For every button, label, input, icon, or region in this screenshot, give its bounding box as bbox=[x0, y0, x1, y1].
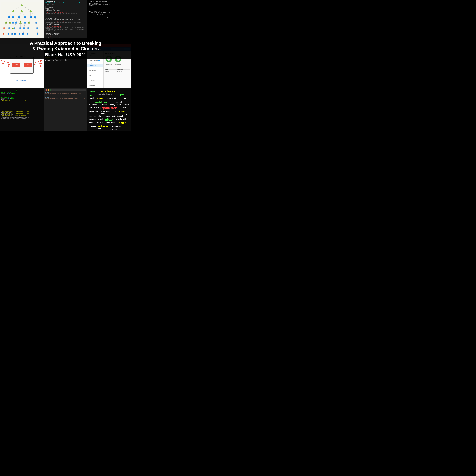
sidebar-item-namespaces[interactable]: Namespaces bbox=[87, 52, 103, 54]
word-net-tools: net-tools bbox=[89, 125, 96, 127]
word-cfssl: cfssl bbox=[95, 111, 98, 112]
sidebar-item-replica-sets[interactable]: Replica Sets bbox=[87, 79, 103, 82]
word-unix-privesc: unix-privesc bbox=[112, 125, 121, 127]
binding-name: belong-to-us bbox=[89, 17, 96, 18]
word-redis: redis-cl bbox=[123, 104, 129, 105]
role-csi-attacher: csi-do-attacher-role. bbox=[1, 104, 43, 106]
cluster-role-created: 2021-03-02T16:19:22Z bbox=[98, 12, 110, 13]
svg-rect-64 bbox=[19, 34, 20, 35]
svg-point-87 bbox=[107, 57, 111, 61]
word-gitleaks: gitleaks bbox=[89, 90, 95, 92]
word-docker-bench: docker-bench-security bbox=[99, 93, 113, 95]
col-name: NAME bbox=[89, 11, 91, 12]
dashboard-main: Workload Status Daemon Sets bbox=[103, 51, 131, 87]
word-whois: whois bbox=[89, 122, 93, 123]
helm-deployed: LAST DEPLOYED: Tue Mar 2 16:19:22 bbox=[89, 4, 130, 5]
col-role2: ROLE bbox=[94, 16, 97, 17]
error1-meta: Metadata: bbox=[45, 16, 86, 17]
sidebar-item-nodes[interactable]: Nodes bbox=[87, 54, 103, 57]
role-dosncert-msg: ✗ [POP-400] Used? Unable to locate resou… bbox=[1, 111, 43, 112]
word-wget: wget bbox=[88, 97, 94, 100]
role-basic-user: system:basic-user. bbox=[1, 116, 43, 117]
word-netcat: netcat bbox=[96, 128, 101, 130]
role-csi-snapshotter: csi-do-snapshotter-role. bbox=[1, 108, 43, 109]
cluster-scanner-terminal: GENERAL [N/A] Connectivity..............… bbox=[0, 87, 44, 131]
word-proxychains: proxychains-ng bbox=[100, 90, 116, 92]
error2-msg: Message: Capability Drop list should be … bbox=[45, 22, 86, 24]
svg-rect-51 bbox=[35, 22, 37, 23]
svg-rect-38 bbox=[8, 16, 10, 18]
role-csi-external: csi-external-controller. bbox=[1, 109, 43, 110]
svg-text:{ } In Namespace: { } In Namespace bbox=[12, 55, 25, 57]
row-ns: kube-system bbox=[117, 71, 129, 72]
binding-role: ClusterRole/all-your- bbox=[97, 17, 110, 18]
sidebar-item-workloads[interactable]: Workloads 0 bbox=[87, 64, 103, 67]
word-wordlists: wordlists bbox=[89, 118, 96, 120]
svg-rect-53 bbox=[9, 28, 10, 29]
sidebar-item-stateful-sets[interactable]: Stateful Sets bbox=[87, 84, 103, 87]
error3-container: Container: cilium-agent bbox=[45, 33, 86, 34]
hamburger-icon[interactable]: ☰ bbox=[89, 48, 91, 51]
json-terminal: latest Done "blobSum": "sha256:17e85caa0… bbox=[44, 87, 87, 131]
word-enum: enum bbox=[88, 94, 94, 96]
blob-line2: "blobSum": "sha256:17e05caa3e8248e8731eA… bbox=[45, 95, 86, 97]
error3-detail: as 'container.Audit.kubernetes.io/cilium… bbox=[45, 29, 86, 32]
svg-rect-56 bbox=[19, 28, 21, 29]
done-button[interactable]: Done bbox=[83, 89, 85, 91]
svg-rect-46 bbox=[12, 22, 14, 23]
running-info: INFO[0000] Running inside cluster, using… bbox=[45, 2, 86, 3]
role-cert-approver: system:certificates.k8s.io:kube-apiserve… bbox=[1, 118, 43, 119]
helm-line1: ~ # helm2 --host tiller-deploy.kube bbox=[89, 1, 130, 2]
word-etcdctl: etcdctl bbox=[92, 104, 97, 106]
deployments-chart: Deployments bbox=[114, 55, 122, 65]
sidebar-item-storage-classes[interactable]: Storage Classes bbox=[87, 62, 103, 64]
svg-rect-43 bbox=[34, 16, 36, 18]
search-input[interactable] bbox=[111, 48, 124, 50]
terminal-title: # ./kubeaudit all bbox=[45, 1, 86, 2]
clusterroles-header: CLUSTERROLES (71 SCANNED) bbox=[1, 97, 43, 98]
connectivity-line: Connectivity.................▉ bbox=[1, 89, 43, 91]
api-version: apiVersion: apps/v1 bbox=[45, 5, 86, 7]
helm-ns: NAMESPACE: default bbox=[89, 5, 130, 6]
date-dir2: ..data -> ..2021_02_28_ bbox=[45, 51, 86, 52]
word-masscan: masscan bbox=[110, 128, 118, 130]
svg-text:Default Deny: Default Deny bbox=[13, 66, 19, 67]
cluster-role-name: all-your-base bbox=[89, 12, 97, 13]
word-sh: sh bbox=[88, 104, 90, 106]
error2-container: Container: cilium-agent bbox=[45, 24, 86, 25]
sidebar-item-deployments[interactable]: Deployments bbox=[87, 72, 103, 74]
role-csi-provisioner: csi-do-provisioner-role. bbox=[1, 106, 43, 107]
word-htop: htop bbox=[88, 115, 92, 117]
word-linux-exploit: Linux Exploit S bbox=[116, 118, 126, 120]
word-iputils: iputils bbox=[101, 103, 107, 106]
role-aggregate: system:aggregate-to-admin. bbox=[1, 114, 43, 115]
sidebar-item-replication-controllers[interactable]: Replication Controllers bbox=[87, 82, 103, 84]
namespace-ks: namespace: kube-system bbox=[45, 10, 86, 11]
svg-line-75 bbox=[34, 63, 42, 65]
kubernetes-dashboard[interactable]: FLAG ☰ kubernetes + NEW Namespaces Nodes… bbox=[87, 44, 131, 87]
sidebar-item-service-accounts[interactable]: Service Accounts 0 bbox=[87, 59, 103, 62]
sidebar-item-pods[interactable]: Pods bbox=[87, 77, 103, 79]
role-kubelet-msg: ✗ [POP-400] Used? Unable to locate resou… bbox=[1, 113, 43, 114]
version-ok: Version......... bbox=[1, 94, 43, 95]
svg-rect-60 bbox=[3, 34, 4, 35]
word-cloud: gitleaks proxychains-ng enum docker-benc… bbox=[88, 90, 131, 129]
svg-rect-83 bbox=[24, 63, 32, 67]
svg-text:🔒 Egress: 🔒 Egress bbox=[25, 64, 30, 65]
svg-rect-80 bbox=[12, 63, 20, 67]
sidebar-item-jobs[interactable]: Jobs bbox=[87, 74, 103, 77]
svg-rect-55 bbox=[14, 28, 15, 29]
dashboard-title: kubernetes bbox=[92, 48, 111, 50]
error3-msg: Message: Capability 'NET_ADMIN' added. I… bbox=[45, 27, 86, 29]
sidebar-item-persistent-volumes[interactable]: Persistent Volumes bbox=[87, 57, 103, 59]
blob-line1: "blobSum": "sha256:17e85caa0d820f7fe6dc0… bbox=[45, 92, 86, 94]
sidebar-item-cron-jobs[interactable]: Cron Jobs bbox=[87, 67, 103, 69]
svg-text:🔒 Ingress: 🔒 Ingress bbox=[13, 64, 18, 65]
new-button[interactable]: + NEW bbox=[124, 48, 130, 50]
sidebar-item-daemon-sets[interactable]: Daemon Sets bbox=[87, 69, 103, 72]
error1-missing: MissingAnnotation: container.apparmor.se… bbox=[45, 18, 86, 20]
svg-line-72 bbox=[1, 63, 10, 65]
word-kubesec: kubesec bbox=[117, 110, 126, 112]
word-kubectl-who-can: kubectl-who-can bbox=[94, 101, 107, 103]
table-row[interactable]: ciliumds kube-system bbox=[105, 70, 130, 72]
